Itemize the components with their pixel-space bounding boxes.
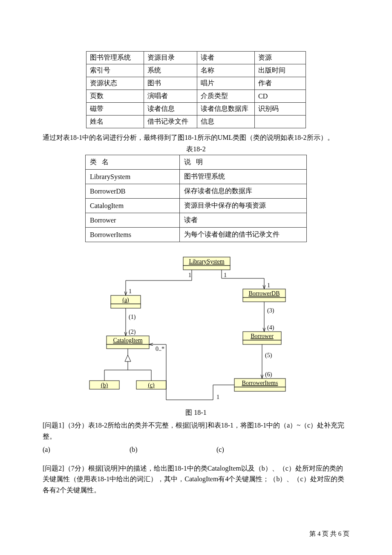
svg-rect-13 bbox=[243, 340, 281, 344]
svg-rect-10 bbox=[107, 344, 149, 349]
table-cell: 作者 bbox=[255, 77, 306, 90]
table-cell: 保存读者信息的数据库 bbox=[180, 184, 307, 199]
svg-text:LibrarySystem: LibrarySystem bbox=[189, 258, 224, 265]
table-cell: 读者信息 bbox=[144, 103, 197, 116]
uml-edge-catalogitem-gen bbox=[104, 349, 151, 381]
table-cell: 演唱者 bbox=[144, 90, 197, 103]
svg-text:1: 1 bbox=[188, 272, 191, 278]
svg-rect-1 bbox=[183, 266, 230, 270]
page-footer: 第 4 页 共 6 页 bbox=[309, 530, 349, 538]
uml-class-catalogitem: CatalogItem bbox=[107, 336, 149, 349]
table-cell: 图书管理系统 bbox=[86, 52, 144, 64]
table-cell: 系统 bbox=[144, 64, 197, 77]
table-cell: Borrower bbox=[86, 213, 180, 228]
figure-caption: 图 18-1 bbox=[43, 408, 349, 417]
svg-text:(b): (b) bbox=[101, 382, 108, 389]
question-2: [问题2]（7分）根据[说明]中的描述，给出图18-1中的类CatalogIte… bbox=[43, 463, 349, 496]
table-cell: 磁带 bbox=[86, 103, 144, 116]
question-1-blanks: (a) (b) (c) bbox=[43, 444, 349, 455]
uml-class-c-blank: (c) bbox=[136, 381, 166, 389]
svg-text:(6): (6) bbox=[265, 371, 272, 378]
svg-text:1: 1 bbox=[267, 282, 270, 289]
table-cell: 识别码 bbox=[255, 103, 306, 116]
svg-text:1: 1 bbox=[129, 288, 132, 295]
table-cell: 资源目录 bbox=[144, 52, 197, 64]
svg-text:(2): (2) bbox=[129, 329, 136, 335]
svg-text:(5): (5) bbox=[265, 352, 272, 359]
table-cell: CatalogItem bbox=[86, 199, 180, 213]
table-cell: 读者信息数据库 bbox=[197, 103, 255, 116]
svg-text:1: 1 bbox=[224, 272, 227, 278]
table-cell: 为每个读者创建的借书记录文件 bbox=[180, 228, 307, 242]
svg-text:0..*: 0..* bbox=[156, 346, 164, 352]
uml-figure: LibrarySystem (a) BorrowerDB CatalogItem… bbox=[43, 255, 349, 406]
svg-text:BorrowerDB: BorrowerDB bbox=[248, 290, 280, 297]
svg-rect-20 bbox=[234, 387, 285, 391]
q1-blank-a: (a) bbox=[43, 444, 128, 455]
table-cell: LibrarySystem bbox=[86, 170, 180, 184]
table-cell: 信息 bbox=[197, 116, 255, 128]
uml-class-a-blank: (a) bbox=[111, 295, 141, 308]
table-cell: 读者 bbox=[197, 52, 255, 64]
question-1: [问题1]（3分）表18-2所给出的类并不完整，根据[说明]和表18-1，将图1… bbox=[43, 420, 349, 442]
svg-text:(c): (c) bbox=[148, 382, 155, 389]
table-18-2: 类 名 说 明 LibrarySystem图书管理系统BorrowerDB保存读… bbox=[85, 155, 307, 242]
uml-edge-a-to-catalogitem: (1) (2) bbox=[126, 308, 136, 336]
uml-edge-bdb-to-borrower: (3) (4) bbox=[264, 302, 274, 332]
svg-rect-4 bbox=[111, 304, 141, 308]
paragraph-1: 通过对表18-1中的名词进行分析，最终得到了图18-1所示的UML类图（类的说明… bbox=[43, 133, 349, 142]
table-cell: BorrowerItems bbox=[86, 228, 180, 242]
uml-edge-ls-to-a: 1 1 bbox=[126, 270, 192, 295]
table-cell: 出版时间 bbox=[255, 64, 306, 77]
table-cell: BorrowerDB bbox=[86, 184, 180, 199]
q1-blank-c: (c) bbox=[216, 444, 302, 455]
svg-text:(a): (a) bbox=[122, 297, 129, 304]
table-cell: 读者 bbox=[180, 213, 307, 228]
svg-text:BorrowerItems: BorrowerItems bbox=[242, 380, 278, 386]
q1-blank-b: (b) bbox=[130, 444, 215, 455]
svg-text:1: 1 bbox=[216, 394, 219, 400]
uml-class-librarysystem: LibrarySystem bbox=[183, 257, 230, 270]
svg-marker-32 bbox=[125, 355, 131, 361]
uml-class-borroweritems: BorrowerItems bbox=[234, 379, 285, 391]
uml-edge-catalogitem-to-items: 0..* 1 bbox=[149, 344, 234, 400]
svg-text:(1): (1) bbox=[129, 314, 136, 321]
uml-class-borrower: Borrower bbox=[243, 332, 281, 344]
table-cell: 资源状态 bbox=[86, 77, 144, 90]
uml-class-borrowerdb: BorrowerDB bbox=[243, 289, 285, 302]
table-cell: 介质类型 bbox=[197, 90, 255, 103]
table-cell: 索引号 bbox=[86, 64, 144, 77]
svg-text:CatalogItem: CatalogItem bbox=[113, 337, 142, 344]
table-cell: 图书 bbox=[144, 77, 197, 90]
svg-text:(3): (3) bbox=[267, 307, 274, 314]
table-cell: 图书管理系统 bbox=[180, 170, 307, 184]
svg-text:Borrower: Borrower bbox=[251, 333, 274, 339]
table-cell: CD bbox=[255, 90, 306, 103]
table-cell: 唱片 bbox=[197, 77, 255, 90]
table-cell bbox=[255, 116, 306, 128]
table-18-2-caption: 表18-2 bbox=[43, 145, 349, 154]
table-cell: 借书记录文件 bbox=[144, 116, 197, 128]
table-cell: 名称 bbox=[197, 64, 255, 77]
uml-class-b-blank: (b) bbox=[89, 381, 119, 389]
table-18-1: 图书管理系统资源目录读者资源索引号系统名称出版时间资源状态图书唱片作者页数演唱者… bbox=[86, 51, 306, 128]
table-cell: 资源 bbox=[255, 52, 306, 64]
table-cell: 姓名 bbox=[86, 116, 144, 128]
table-header-desc: 说 明 bbox=[180, 155, 307, 170]
table-header-classname: 类 名 bbox=[86, 155, 180, 170]
uml-edge-borrower-to-items: (5) (6) bbox=[262, 344, 272, 379]
table-cell: 页数 bbox=[86, 90, 144, 103]
svg-text:(4): (4) bbox=[267, 324, 274, 331]
uml-edge-ls-to-bdb: 1 1 bbox=[222, 270, 270, 289]
table-cell: 资源目录中保存的每项资源 bbox=[180, 199, 307, 213]
svg-rect-7 bbox=[243, 298, 285, 302]
